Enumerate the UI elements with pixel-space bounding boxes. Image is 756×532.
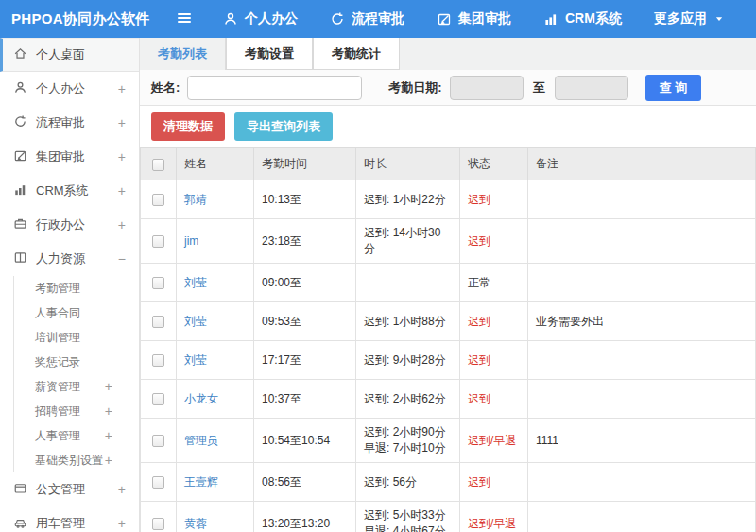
sidebar-item-crm-system[interactable]: CRM系统+	[0, 174, 139, 208]
header-checkbox-cell	[141, 148, 177, 180]
employee-name-link[interactable]: 刘莹	[184, 315, 207, 328]
tab-attendance-list[interactable]: 考勤列表	[140, 38, 226, 70]
row-checkbox[interactable]	[152, 435, 164, 447]
duration-cell	[356, 264, 460, 302]
expander-icon[interactable]: +	[105, 428, 112, 443]
row-checkbox[interactable]	[152, 354, 164, 367]
employee-name-link[interactable]: jim	[184, 234, 198, 248]
nav-item-group-approval[interactable]: 集团审批	[437, 10, 511, 27]
duration-cell: 迟到: 9小时28分	[356, 341, 460, 380]
employee-name-link[interactable]: 郭靖	[184, 193, 207, 206]
column-header: 姓名	[177, 148, 254, 180]
name-cell: 刘莹	[177, 341, 254, 380]
expander-icon[interactable]: +	[118, 115, 126, 130]
tab-bar: 考勤列表考勤设置考勤统计	[140, 38, 756, 70]
date-end-input[interactable]	[555, 76, 628, 100]
employee-name-link[interactable]: 小龙女	[184, 392, 218, 405]
export-list-button[interactable]: 导出查询列表	[234, 112, 333, 141]
row-checkbox[interactable]	[152, 194, 164, 206]
search-button[interactable]: 查 询	[645, 75, 702, 101]
employee-name-link[interactable]: 刘莹	[184, 353, 207, 367]
sidebar-subitem-reward-punishment[interactable]: 奖惩记录	[14, 350, 139, 374]
expander-icon[interactable]: +	[118, 183, 126, 198]
expander-icon[interactable]: +	[105, 453, 112, 468]
sidebar-subitem-basic-category-settings[interactable]: 基础类别设置+	[14, 448, 139, 472]
row-checkbox[interactable]	[152, 476, 164, 489]
duration-cell: 迟到: 14小时30分	[356, 219, 460, 264]
sidebar-item-personal-desktop[interactable]: 个人桌面	[0, 38, 139, 72]
expander-icon[interactable]: +	[118, 149, 126, 164]
attendance-time-cell: 09:00至	[254, 264, 356, 302]
expander-icon[interactable]: −	[118, 251, 126, 266]
table-row: 刘莹09:00至正常	[141, 264, 756, 302]
row-checkbox[interactable]	[152, 277, 164, 289]
top-nav: 个人办公流程审批集团审批CRM系统更多应用	[223, 10, 725, 27]
expander-icon[interactable]: +	[118, 482, 126, 497]
duration-line: 迟到: 2小时62分	[364, 391, 452, 407]
status-badge: 迟到	[468, 353, 490, 367]
employee-name-link[interactable]: 刘莹	[184, 276, 207, 289]
name-cell: jim	[177, 219, 254, 264]
nav-item-label: 集团审批	[458, 10, 511, 27]
sidebar-item-document-management[interactable]: 公文管理+	[0, 472, 139, 506]
sidebar-subitem-label: 基础类别设置	[35, 453, 103, 469]
sidebar-subitem-personnel-management[interactable]: 人事管理+	[14, 423, 139, 448]
status-badge: 迟到/早退	[468, 434, 516, 447]
expander-icon[interactable]: +	[118, 516, 126, 531]
sidebar-subitem-training-management[interactable]: 培训管理	[14, 325, 139, 350]
nav-item-more-apps[interactable]: 更多应用	[654, 10, 725, 27]
row-checkbox-cell	[141, 502, 177, 532]
name-input[interactable]	[187, 76, 362, 100]
sidebar-item-vehicle-management[interactable]: 用车管理+	[0, 506, 139, 532]
sidebar-item-workflow-approval[interactable]: 流程审批+	[0, 106, 139, 140]
sidebar-subitem-personnel-contract[interactable]: 人事合同	[14, 300, 139, 325]
status-badge: 迟到	[468, 392, 490, 405]
duration-cell: 迟到: 1小时88分	[356, 302, 460, 341]
menu-icon[interactable]	[176, 9, 195, 28]
clean-data-button[interactable]: 清理数据	[151, 112, 225, 141]
tab-attendance-statistics[interactable]: 考勤统计	[313, 38, 400, 70]
sidebar-item-personal-office[interactable]: 个人办公+	[0, 72, 139, 106]
sidebar-subitem-attendance-management[interactable]: 考勤管理	[14, 276, 139, 300]
sidebar-item-human-resources[interactable]: 人力资源−	[0, 242, 139, 276]
name-cell: 刘莹	[177, 302, 254, 341]
row-checkbox[interactable]	[152, 518, 164, 530]
expander-icon[interactable]: +	[105, 403, 112, 419]
nav-item-workflow-approval[interactable]: 流程审批	[330, 10, 404, 27]
row-checkbox-cell	[141, 302, 177, 341]
sidebar-item-label: 人力资源	[36, 250, 85, 267]
row-checkbox-cell	[141, 219, 177, 264]
sidebar-item-group-approval[interactable]: 集团审批+	[0, 140, 139, 174]
row-checkbox[interactable]	[152, 316, 164, 328]
nav-item-personal-office[interactable]: 个人办公	[223, 10, 298, 27]
nav-item-label: 个人办公	[245, 10, 298, 27]
sidebar-subitem-salary-management[interactable]: 薪资管理+	[14, 374, 139, 399]
sidebar-item-label: 行政办公	[36, 216, 85, 233]
row-checkbox[interactable]	[152, 235, 164, 248]
row-checkbox[interactable]	[152, 393, 164, 405]
duration-line: 迟到: 2小时90分	[364, 424, 452, 440]
briefcase-icon	[13, 216, 36, 233]
expander-icon[interactable]: +	[105, 379, 112, 394]
date-start-input[interactable]	[450, 76, 524, 100]
row-checkbox-cell	[141, 419, 177, 463]
note-cell: 业务需要外出	[528, 302, 756, 341]
sidebar-subitem-recruitment-management[interactable]: 招聘管理+	[14, 399, 139, 423]
sidebar-item-admin-office[interactable]: 行政办公+	[0, 208, 139, 242]
workflow-icon	[13, 114, 36, 131]
employee-name-link[interactable]: 黄蓉	[184, 517, 207, 530]
expander-icon[interactable]: +	[118, 217, 126, 232]
to-label: 至	[533, 79, 545, 96]
tab-attendance-settings[interactable]: 考勤设置	[226, 38, 313, 70]
employee-name-link[interactable]: 王壹辉	[184, 475, 218, 489]
table-row: 刘莹09:53至迟到: 1小时88分迟到业务需要外出	[141, 302, 756, 341]
row-checkbox-cell	[141, 380, 177, 419]
select-all-checkbox[interactable]	[152, 159, 164, 171]
sidebar-subitem-label: 人事管理	[35, 428, 80, 444]
expander-icon[interactable]: +	[118, 81, 126, 96]
nav-item-crm-system[interactable]: CRM系统	[543, 10, 622, 27]
sidebar-item-label: 个人办公	[36, 80, 85, 97]
employee-name-link[interactable]: 管理员	[184, 434, 218, 447]
person-icon	[13, 80, 36, 97]
sidebar-subitem-label: 培训管理	[35, 330, 80, 346]
